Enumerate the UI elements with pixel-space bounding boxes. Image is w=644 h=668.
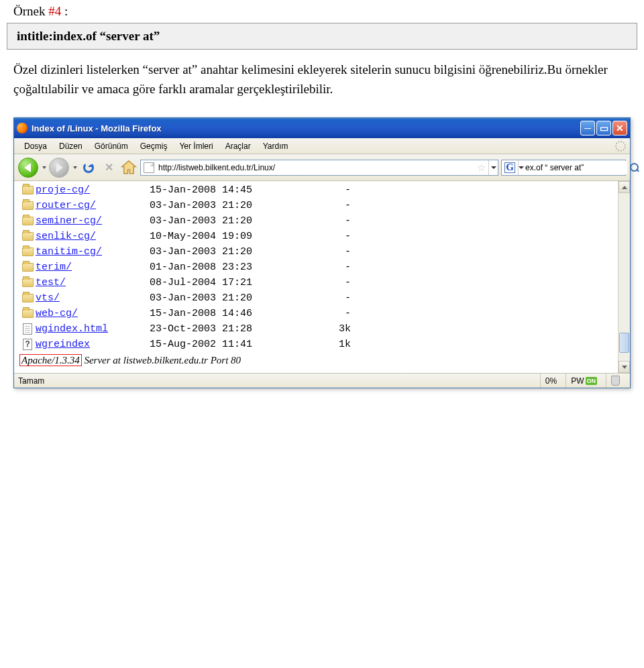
back-button[interactable]	[18, 158, 38, 178]
maximize-button[interactable]: ▭	[596, 121, 611, 135]
page-icon	[144, 162, 154, 173]
firefox-icon	[17, 123, 28, 133]
pw-indicator: PWON	[566, 374, 602, 388]
query-box: intitle:index.of “server at”	[7, 23, 637, 50]
close-button[interactable]: ✕	[612, 121, 627, 135]
listing-date: 08-Jul-2004 17:21	[150, 277, 324, 288]
server-version: Apache/1.3.34	[19, 354, 82, 366]
listing-date: 01-Jan-2008 23:23	[150, 262, 324, 273]
listing-row: ?wgreindex15-Aug-2002 11:411k	[14, 337, 618, 352]
unknown-file-icon: ?	[23, 339, 32, 350]
bookmark-star-icon[interactable]: ☆	[477, 162, 486, 174]
menu-view[interactable]: Görünüm	[89, 140, 134, 152]
listing-date: 15-Aug-2002 11:41	[150, 339, 324, 350]
listing-link[interactable]: senlik-cg/	[36, 231, 96, 242]
listing-size: -	[324, 277, 351, 288]
scroll-thumb[interactable]	[619, 333, 629, 353]
listing-link[interactable]: terim/	[36, 262, 72, 273]
folder-icon	[22, 309, 34, 318]
listing-link[interactable]: seminer-cg/	[36, 215, 102, 227]
listing-link[interactable]: tanitim-cg/	[36, 246, 102, 258]
file-icon	[23, 323, 32, 335]
listing-link[interactable]: wgindex.html	[36, 323, 108, 335]
listing-link[interactable]: wgreindex	[36, 339, 90, 350]
listing-size: -	[324, 200, 351, 211]
listing-row: web-cg/15-Jan-2008 14:46-	[14, 306, 618, 321]
listing-link[interactable]: proje-cg/	[36, 184, 90, 196]
folder-icon	[22, 201, 34, 210]
shield-icon	[611, 376, 620, 386]
listing-row: vts/03-Jan-2003 21:20-	[14, 290, 618, 306]
menu-edit[interactable]: Düzen	[53, 140, 89, 152]
server-details: Server at listweb.bilkent.edu.tr Port 80	[82, 355, 241, 366]
forward-history-dropdown[interactable]	[73, 166, 77, 169]
search-engine-dropdown[interactable]	[518, 160, 524, 175]
url-dropdown[interactable]	[488, 160, 498, 175]
throbber-icon	[615, 141, 626, 152]
listing-date: 10-May-2004 19:09	[150, 231, 324, 242]
listing-size: -	[324, 292, 351, 304]
example-heading: Örnek #4 :	[13, 4, 637, 19]
search-bar: G	[501, 160, 626, 176]
listing-date: 15-Jan-2008 14:45	[150, 184, 324, 196]
listing-link[interactable]: web-cg/	[36, 308, 78, 319]
back-history-dropdown[interactable]	[42, 166, 46, 169]
listing-size: -	[324, 231, 351, 242]
reload-button[interactable]	[80, 159, 97, 176]
folder-icon	[22, 217, 34, 225]
menu-help[interactable]: Yardım	[257, 140, 294, 152]
listing-date: 15-Jan-2008 14:46	[150, 308, 324, 319]
listing-row: proje-cg/15-Jan-2008 14:45-	[14, 182, 618, 198]
menu-tools[interactable]: Araçlar	[219, 140, 257, 152]
folder-icon	[22, 294, 34, 302]
status-bar: Tamam 0% PWON	[14, 373, 630, 388]
scroll-down-button[interactable]	[619, 361, 630, 373]
address-bar: ☆	[140, 160, 498, 176]
home-button[interactable]	[120, 159, 138, 176]
listing-date: 03-Jan-2003 21:20	[150, 200, 324, 211]
listing-size: -	[324, 184, 351, 196]
title-bar: Index of /Linux - Mozilla Firefox ─ ▭ ✕	[14, 118, 630, 138]
listing-size: -	[324, 215, 351, 227]
description-paragraph: Özel dizinleri listelerken “server at” a…	[13, 60, 631, 99]
listing-size: -	[324, 262, 351, 273]
search-input[interactable]	[524, 161, 627, 174]
query-text: intitle:index.of “server at”	[17, 29, 160, 43]
listing-row: router-cg/03-Jan-2003 21:20-	[14, 198, 618, 213]
vertical-scrollbar[interactable]	[618, 181, 630, 373]
folder-icon	[22, 263, 34, 272]
minimize-button[interactable]: ─	[580, 121, 595, 135]
listing-size: -	[324, 246, 351, 258]
folder-icon	[22, 232, 34, 241]
listing-date: 03-Jan-2003 21:20	[150, 246, 324, 258]
scroll-track[interactable]	[619, 193, 630, 361]
listing-size: -	[324, 308, 351, 319]
listing-size: 3k	[324, 323, 351, 335]
listing-link[interactable]: test/	[36, 277, 66, 288]
folder-icon	[22, 278, 34, 287]
listing-date: 23-Oct-2003 21:28	[150, 323, 324, 335]
listing-link[interactable]: router-cg/	[36, 200, 96, 211]
status-text: Tamam	[18, 376, 536, 386]
stop-button[interactable]: ✕	[100, 159, 117, 176]
listing-link[interactable]: vts/	[36, 292, 60, 304]
navigation-toolbar: ✕ ☆ G	[14, 154, 630, 181]
listing-row: wgindex.html23-Oct-2003 21:283k	[14, 321, 618, 337]
server-signature: Apache/1.3.34 Server at listweb.bilkent.…	[14, 352, 618, 370]
listing-row: terim/01-Jan-2008 23:23-	[14, 260, 618, 275]
listing-row: seminer-cg/03-Jan-2003 21:20-	[14, 213, 618, 229]
google-engine-icon[interactable]: G	[504, 162, 515, 173]
listing-row: senlik-cg/10-May-2004 19:09-	[14, 229, 618, 244]
menu-file[interactable]: Dosya	[18, 140, 53, 152]
forward-button[interactable]	[49, 158, 69, 178]
url-input[interactable]	[157, 161, 474, 174]
window-title: Index of /Linux - Mozilla Firefox	[32, 123, 580, 133]
scroll-up-button[interactable]	[619, 181, 630, 193]
listing-size: 1k	[324, 339, 351, 350]
menu-bookmarks[interactable]: Yer İmleri	[173, 140, 219, 152]
listing-row: test/08-Jul-2004 17:21-	[14, 275, 618, 290]
menu-history[interactable]: Geçmiş	[134, 140, 174, 152]
listing-row: tanitim-cg/03-Jan-2003 21:20-	[14, 244, 618, 260]
menu-bar: Dosya Düzen Görünüm Geçmiş Yer İmleri Ar…	[14, 138, 630, 154]
security-indicator	[606, 374, 626, 388]
